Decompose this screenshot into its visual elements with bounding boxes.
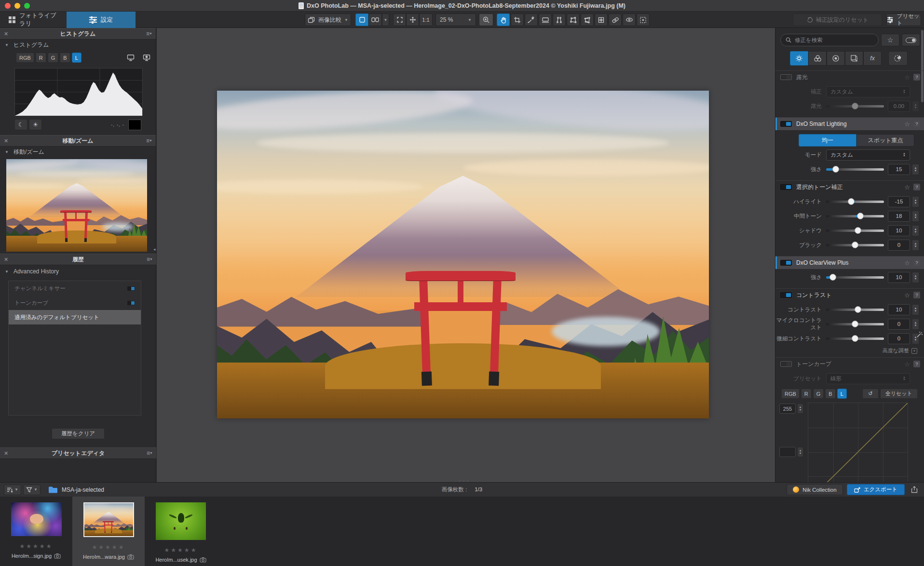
- contrast-value[interactable]: 10: [888, 304, 910, 315]
- exposure-enable-checkbox[interactable]: [780, 74, 792, 80]
- help-icon[interactable]: ?: [913, 184, 920, 190]
- slider-knob[interactable]: [852, 242, 858, 248]
- exposure-slider[interactable]: [826, 105, 884, 108]
- eyedropper-tool-button[interactable]: [525, 13, 538, 26]
- exposure-value[interactable]: 0.00: [888, 101, 910, 112]
- panel-collapse-handle[interactable]: ◂: [153, 247, 156, 252]
- mode-dropdown[interactable]: カスタム ▲▼: [826, 149, 910, 161]
- share-button[interactable]: [909, 484, 920, 495]
- blacks-slider[interactable]: [826, 244, 884, 246]
- curve-channel-l-button[interactable]: L: [837, 389, 847, 399]
- help-icon[interactable]: ?: [913, 361, 920, 367]
- tab-settings[interactable]: 設定: [67, 12, 136, 28]
- presets-button[interactable]: プリセット: [886, 13, 921, 26]
- selective-tone-header[interactable]: 選択的トーン補正 ☆ ?: [775, 181, 924, 193]
- uniform-tab[interactable]: 均一: [799, 134, 856, 147]
- stepper[interactable]: ▲▼: [912, 196, 919, 207]
- curve-channel-rgb-button[interactable]: RGB: [781, 389, 800, 399]
- close-icon[interactable]: ✕: [4, 256, 11, 263]
- single-view-button[interactable]: [355, 13, 368, 26]
- y-mid-value[interactable]: [779, 447, 796, 457]
- stepper[interactable]: ▲▼: [912, 101, 919, 112]
- curve-channel-b-button[interactable]: B: [825, 389, 835, 399]
- slider-knob[interactable]: [857, 213, 864, 219]
- history-item[interactable]: トーンカーブ: [9, 296, 141, 310]
- zoom-window-button[interactable]: [24, 3, 30, 9]
- smart-lighting-enable-checkbox[interactable]: [780, 121, 792, 127]
- slider-knob[interactable]: [852, 103, 858, 109]
- channel-l-button[interactable]: L: [72, 53, 82, 63]
- compare-button[interactable]: 画像比較 ▼: [305, 13, 351, 26]
- contrast-header[interactable]: コントラスト ☆ ?: [775, 289, 924, 301]
- history-toggle-icon[interactable]: [127, 301, 135, 305]
- slider-knob[interactable]: [832, 166, 839, 173]
- category-detail-button[interactable]: [827, 51, 845, 66]
- stepper[interactable]: ▲▼: [912, 211, 919, 222]
- active-corrections-filter-button[interactable]: [902, 34, 920, 46]
- filmstrip-item-selected[interactable]: ★★★★★ HeroIm...wara.jpg: [72, 497, 145, 566]
- fine-contrast-value[interactable]: 0: [888, 333, 910, 344]
- stepper[interactable]: ▲▼: [797, 404, 803, 414]
- pan-view-button[interactable]: [406, 13, 419, 26]
- advanced-history-row[interactable]: ▼ Advanced History: [0, 266, 156, 277]
- thumbnail-image[interactable]: [156, 502, 206, 540]
- shadows-slider[interactable]: [826, 229, 884, 232]
- histogram-section-row[interactable]: ▼ ヒストグラム: [0, 40, 156, 50]
- zoom-1-1-button[interactable]: 1:1: [419, 13, 433, 26]
- sort-button[interactable]: ▼: [4, 485, 21, 495]
- navigation-thumbnail[interactable]: [6, 159, 147, 252]
- midtones-value[interactable]: 18: [888, 211, 910, 222]
- star-icon[interactable]: ☆: [904, 292, 910, 299]
- contrast-slider[interactable]: [826, 309, 884, 311]
- current-folder-label[interactable]: MSA-ja-selected: [62, 486, 104, 493]
- main-photo[interactable]: [217, 91, 709, 418]
- slider-knob[interactable]: [829, 274, 836, 281]
- slider-knob[interactable]: [855, 227, 861, 234]
- category-color-button[interactable]: [808, 51, 827, 66]
- slider-knob[interactable]: [848, 198, 855, 205]
- close-icon[interactable]: ✕: [4, 31, 11, 37]
- search-input[interactable]: [795, 37, 873, 43]
- curve-y-mid-field[interactable]: ▲▼: [779, 447, 803, 457]
- red-eye-tool-button[interactable]: [623, 13, 636, 26]
- hand-tool-button[interactable]: [497, 13, 510, 26]
- panel-menu-icon[interactable]: ≡▼: [147, 256, 152, 263]
- stepper[interactable]: ▲▼: [797, 447, 803, 457]
- stepper[interactable]: ▲▼: [912, 164, 919, 175]
- export-button[interactable]: エクスポート: [847, 484, 905, 495]
- blacks-value[interactable]: 0: [888, 240, 910, 251]
- 8-points-tool-button[interactable]: [581, 13, 594, 26]
- channel-g-button[interactable]: G: [48, 53, 59, 63]
- force-parallel-tool-button[interactable]: [553, 13, 566, 26]
- close-window-button[interactable]: [5, 3, 11, 9]
- category-fx-button[interactable]: fx: [863, 51, 882, 66]
- minimize-window-button[interactable]: [14, 3, 20, 9]
- help-icon[interactable]: ?: [913, 292, 920, 298]
- history-toggle-icon[interactable]: [127, 286, 135, 291]
- filmstrip-item[interactable]: ★★★★★ HeroIm...sign.jpg: [0, 497, 72, 566]
- close-icon[interactable]: ✕: [4, 138, 11, 144]
- slider-knob[interactable]: [855, 306, 861, 313]
- smart-lighting-header[interactable]: DxO Smart Lighting ☆ ?: [775, 118, 924, 130]
- slider-knob[interactable]: [852, 321, 858, 327]
- star-icon[interactable]: ☆: [904, 74, 910, 81]
- stepper[interactable]: ▲▼: [912, 319, 919, 330]
- curve-channel-r-button[interactable]: R: [801, 389, 812, 399]
- history-item[interactable]: チャンネルミキサー: [9, 281, 141, 296]
- soft-proofing-button[interactable]: [140, 52, 153, 63]
- star-rating[interactable]: ★★★★★: [164, 547, 198, 553]
- slider-knob[interactable]: [852, 335, 858, 342]
- monitor-gamut-button[interactable]: [124, 52, 137, 63]
- tab-photo-library[interactable]: フォトライブラリ: [0, 12, 67, 28]
- reset-all-button[interactable]: 全リセット: [880, 389, 918, 399]
- selective-tone-enable-checkbox[interactable]: [780, 184, 792, 190]
- highlights-slider[interactable]: [826, 201, 884, 203]
- clearview-header[interactable]: DxO ClearView Plus ☆ ?: [775, 256, 924, 269]
- clear-history-button[interactable]: 履歴をクリア: [52, 428, 105, 439]
- microcontrast-slider[interactable]: [826, 323, 884, 325]
- compensation-dropdown[interactable]: カスタム ▲▼: [826, 86, 910, 97]
- split-view-button[interactable]: [368, 13, 382, 26]
- panel-menu-icon[interactable]: ≡▼: [146, 30, 152, 37]
- star-rating[interactable]: ★★★★★: [20, 543, 53, 550]
- filmstrip-item[interactable]: ★★★★★ HeroIm...usek.jpg: [145, 497, 217, 566]
